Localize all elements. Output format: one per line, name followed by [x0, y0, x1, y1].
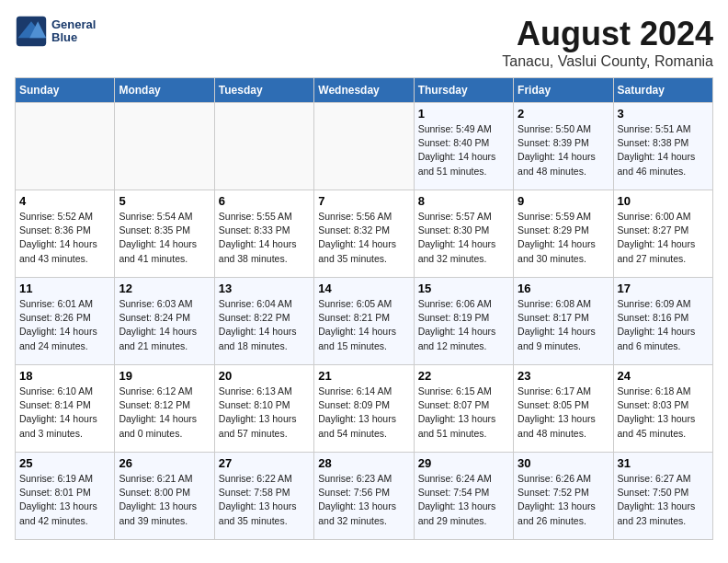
- calendar-cell: [314, 103, 414, 190]
- logo-text: General Blue: [51, 18, 96, 45]
- day-number: 30: [518, 456, 609, 470]
- day-info: Sunrise: 6:18 AMSunset: 8:03 PMDaylight:…: [618, 385, 709, 441]
- day-number: 11: [19, 282, 110, 295]
- day-number: 2: [518, 107, 609, 121]
- calendar-cell: [214, 103, 313, 190]
- day-number: 10: [618, 194, 709, 208]
- day-info: Sunrise: 6:00 AMSunset: 8:27 PMDaylight:…: [618, 210, 709, 266]
- calendar-cell: 23Sunrise: 6:17 AMSunset: 8:05 PMDayligh…: [514, 365, 613, 453]
- calendar-cell: 26Sunrise: 6:21 AMSunset: 8:00 PMDayligh…: [115, 453, 214, 540]
- day-number: 24: [618, 369, 709, 383]
- calendar-cell: 29Sunrise: 6:24 AMSunset: 7:54 PMDayligh…: [414, 453, 513, 540]
- calendar-cell: 12Sunrise: 6:03 AMSunset: 8:24 PMDayligh…: [115, 278, 214, 365]
- day-info: Sunrise: 6:10 AMSunset: 8:14 PMDaylight:…: [19, 385, 110, 441]
- day-number: 5: [119, 194, 210, 208]
- calendar-cell: 28Sunrise: 6:23 AMSunset: 7:56 PMDayligh…: [314, 453, 414, 540]
- day-info: Sunrise: 5:55 AMSunset: 8:33 PMDaylight:…: [219, 210, 310, 266]
- calendar-cell: [115, 103, 214, 190]
- day-info: Sunrise: 5:54 AMSunset: 8:35 PMDaylight:…: [119, 210, 210, 266]
- day-info: Sunrise: 6:21 AMSunset: 8:00 PMDaylight:…: [119, 472, 210, 528]
- day-info: Sunrise: 6:27 AMSunset: 7:50 PMDaylight:…: [618, 472, 709, 528]
- logo-icon: [15, 15, 48, 48]
- day-info: Sunrise: 6:04 AMSunset: 8:22 PMDaylight:…: [219, 297, 310, 353]
- day-info: Sunrise: 5:57 AMSunset: 8:30 PMDaylight:…: [418, 210, 509, 266]
- day-info: Sunrise: 6:22 AMSunset: 7:58 PMDaylight:…: [219, 472, 310, 528]
- day-info: Sunrise: 6:03 AMSunset: 8:24 PMDaylight:…: [119, 297, 210, 353]
- day-number: 26: [119, 456, 210, 470]
- calendar-cell: 17Sunrise: 6:09 AMSunset: 8:16 PMDayligh…: [613, 278, 712, 365]
- day-number: 16: [518, 282, 609, 295]
- calendar-cell: 25Sunrise: 6:19 AMSunset: 8:01 PMDayligh…: [16, 453, 115, 540]
- day-header-sunday: Sunday: [16, 78, 115, 103]
- day-info: Sunrise: 6:15 AMSunset: 8:07 PMDaylight:…: [418, 385, 509, 441]
- day-header-monday: Monday: [115, 78, 214, 103]
- calendar-cell: 10Sunrise: 6:00 AMSunset: 8:27 PMDayligh…: [613, 190, 712, 278]
- logo-line2: Blue: [51, 31, 96, 44]
- calendar-cell: 20Sunrise: 6:13 AMSunset: 8:10 PMDayligh…: [214, 365, 313, 453]
- day-number: 20: [219, 369, 310, 383]
- calendar-week-3: 11Sunrise: 6:01 AMSunset: 8:26 PMDayligh…: [16, 278, 713, 365]
- logo-line1: General: [51, 18, 96, 31]
- calendar-cell: 5Sunrise: 5:54 AMSunset: 8:35 PMDaylight…: [115, 190, 214, 278]
- calendar-cell: 11Sunrise: 6:01 AMSunset: 8:26 PMDayligh…: [16, 278, 115, 365]
- day-info: Sunrise: 5:50 AMSunset: 8:39 PMDaylight:…: [518, 122, 609, 178]
- logo: General Blue: [15, 15, 96, 48]
- day-info: Sunrise: 6:24 AMSunset: 7:54 PMDaylight:…: [418, 472, 509, 528]
- calendar-header-row: SundayMondayTuesdayWednesdayThursdayFrid…: [16, 78, 713, 103]
- calendar-cell: 22Sunrise: 6:15 AMSunset: 8:07 PMDayligh…: [414, 365, 513, 453]
- day-number: 28: [318, 456, 409, 470]
- day-info: Sunrise: 6:23 AMSunset: 7:56 PMDaylight:…: [318, 472, 409, 528]
- calendar-cell: 3Sunrise: 5:51 AMSunset: 8:38 PMDaylight…: [613, 103, 712, 190]
- page-header: General Blue August 2024 Tanacu, Vaslui …: [15, 15, 713, 70]
- calendar-cell: 6Sunrise: 5:55 AMSunset: 8:33 PMDaylight…: [214, 190, 313, 278]
- day-info: Sunrise: 6:26 AMSunset: 7:52 PMDaylight:…: [518, 472, 609, 528]
- day-number: 29: [418, 456, 509, 470]
- calendar-cell: 21Sunrise: 6:14 AMSunset: 8:09 PMDayligh…: [314, 365, 414, 453]
- calendar-week-2: 4Sunrise: 5:52 AMSunset: 8:36 PMDaylight…: [16, 190, 713, 278]
- day-info: Sunrise: 6:09 AMSunset: 8:16 PMDaylight:…: [618, 297, 709, 353]
- calendar-cell: 8Sunrise: 5:57 AMSunset: 8:30 PMDaylight…: [414, 190, 513, 278]
- day-info: Sunrise: 6:17 AMSunset: 8:05 PMDaylight:…: [518, 385, 609, 441]
- day-number: 13: [219, 282, 310, 295]
- calendar-cell: 31Sunrise: 6:27 AMSunset: 7:50 PMDayligh…: [613, 453, 712, 540]
- calendar-cell: 2Sunrise: 5:50 AMSunset: 8:39 PMDaylight…: [514, 103, 613, 190]
- day-number: 23: [518, 369, 609, 383]
- day-number: 31: [618, 456, 709, 470]
- calendar-cell: 27Sunrise: 6:22 AMSunset: 7:58 PMDayligh…: [214, 453, 313, 540]
- calendar-week-1: 1Sunrise: 5:49 AMSunset: 8:40 PMDaylight…: [16, 103, 713, 190]
- day-number: 25: [19, 456, 110, 470]
- day-number: 15: [418, 282, 509, 295]
- calendar-cell: 30Sunrise: 6:26 AMSunset: 7:52 PMDayligh…: [514, 453, 613, 540]
- title-block: August 2024 Tanacu, Vaslui County, Roman…: [502, 15, 713, 70]
- calendar-cell: 7Sunrise: 5:56 AMSunset: 8:32 PMDaylight…: [314, 190, 414, 278]
- day-number: 12: [119, 282, 210, 295]
- day-number: 9: [518, 194, 609, 208]
- day-number: 19: [119, 369, 210, 383]
- calendar-cell: 19Sunrise: 6:12 AMSunset: 8:12 PMDayligh…: [115, 365, 214, 453]
- calendar-cell: 15Sunrise: 6:06 AMSunset: 8:19 PMDayligh…: [414, 278, 513, 365]
- day-number: 22: [418, 369, 509, 383]
- day-number: 4: [19, 194, 110, 208]
- day-info: Sunrise: 5:59 AMSunset: 8:29 PMDaylight:…: [518, 210, 609, 266]
- day-info: Sunrise: 6:05 AMSunset: 8:21 PMDaylight:…: [318, 297, 409, 353]
- calendar-cell: 1Sunrise: 5:49 AMSunset: 8:40 PMDaylight…: [414, 103, 513, 190]
- day-info: Sunrise: 6:19 AMSunset: 8:01 PMDaylight:…: [19, 472, 110, 528]
- calendar-cell: 9Sunrise: 5:59 AMSunset: 8:29 PMDaylight…: [514, 190, 613, 278]
- day-info: Sunrise: 6:01 AMSunset: 8:26 PMDaylight:…: [19, 297, 110, 353]
- calendar-cell: 16Sunrise: 6:08 AMSunset: 8:17 PMDayligh…: [514, 278, 613, 365]
- calendar-table: SundayMondayTuesdayWednesdayThursdayFrid…: [15, 77, 713, 540]
- calendar-cell: 13Sunrise: 6:04 AMSunset: 8:22 PMDayligh…: [214, 278, 313, 365]
- day-header-thursday: Thursday: [414, 78, 513, 103]
- calendar-cell: 18Sunrise: 6:10 AMSunset: 8:14 PMDayligh…: [16, 365, 115, 453]
- day-number: 6: [219, 194, 310, 208]
- day-number: 1: [418, 107, 509, 121]
- day-info: Sunrise: 5:52 AMSunset: 8:36 PMDaylight:…: [19, 210, 110, 266]
- calendar-cell: 14Sunrise: 6:05 AMSunset: 8:21 PMDayligh…: [314, 278, 414, 365]
- day-header-saturday: Saturday: [613, 78, 712, 103]
- day-info: Sunrise: 6:12 AMSunset: 8:12 PMDaylight:…: [119, 385, 210, 441]
- day-number: 8: [418, 194, 509, 208]
- main-title: August 2024: [502, 15, 713, 53]
- day-info: Sunrise: 6:14 AMSunset: 8:09 PMDaylight:…: [318, 385, 409, 441]
- day-number: 3: [618, 107, 709, 121]
- day-number: 27: [219, 456, 310, 470]
